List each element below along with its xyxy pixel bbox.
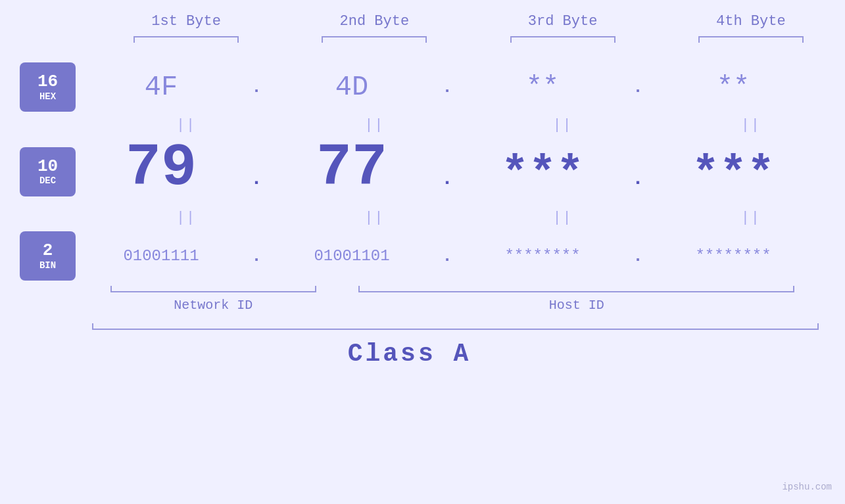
- hex-val1: 4F: [145, 72, 178, 103]
- hex-badge-area: 16 HEX: [0, 62, 76, 112]
- bracket3-line: [510, 36, 616, 43]
- hex-badge: 16 HEX: [20, 62, 76, 112]
- hex-badge-label: HEX: [39, 91, 56, 102]
- id-labels: Network ID Host ID: [0, 298, 845, 313]
- bin-dot2: .: [437, 246, 457, 266]
- dec-byte4: ***: [648, 152, 819, 198]
- bracket2: [280, 36, 468, 43]
- dec-row: 10 DEC 79 . 77 . *** . ***: [0, 139, 845, 204]
- class-label: Class A: [348, 340, 471, 368]
- dbar1-b3: ||: [469, 117, 657, 133]
- bin-byte3: ********: [457, 247, 628, 265]
- bin-dot3: .: [628, 246, 648, 266]
- bracket1: [92, 36, 280, 43]
- bin-val2: 01001101: [314, 247, 389, 265]
- hex-byte3: **: [457, 72, 628, 103]
- class-row: Class A: [0, 340, 845, 368]
- bracket1-line: [133, 36, 239, 43]
- dec-dot3: .: [628, 168, 648, 190]
- byte3-header: 3rd Byte: [469, 13, 657, 30]
- dec-values: 79 . 77 . *** . ***: [76, 139, 845, 204]
- hex-dot1: .: [247, 78, 266, 97]
- dbar-row2: || || || ||: [0, 210, 845, 226]
- dbar2-b4: ||: [657, 210, 845, 226]
- bin-values: 01001111 . 01001101 . ******** . *******…: [76, 246, 845, 266]
- dbar2-b2: ||: [280, 210, 468, 226]
- bottom-brackets-row: [0, 286, 845, 292]
- top-brackets: [0, 36, 845, 43]
- dbar-row1: || || || ||: [0, 117, 845, 133]
- bracket3: [469, 36, 657, 43]
- hex-byte1: 4F: [76, 72, 247, 103]
- bin-val4: ********: [695, 247, 771, 265]
- dec-val2: 77: [316, 135, 387, 202]
- hex-values: 4F . 4D . ** . **: [76, 72, 845, 103]
- big-bracket-line: [92, 323, 819, 330]
- big-bracket-area: [0, 323, 845, 330]
- bin-dot1: .: [247, 246, 266, 266]
- dec-badge-num: 10: [37, 157, 58, 176]
- hex-byte4: **: [648, 72, 819, 103]
- byte4-header: 4th Byte: [657, 13, 845, 30]
- bracket4-line: [698, 36, 804, 43]
- bin-byte2: 01001101: [266, 247, 437, 265]
- dec-badge-area: 10 DEC: [0, 147, 76, 196]
- byte-headers-row: 1st Byte 2nd Byte 3rd Byte 4th Byte: [0, 13, 845, 30]
- dbar1-b4: ||: [657, 117, 845, 133]
- watermark: ipshu.com: [782, 482, 832, 492]
- host-bracket-wrap: [334, 286, 819, 292]
- hex-val4: **: [717, 72, 750, 103]
- bin-row: 2 BIN 01001111 . 01001101 . ******** . *…: [0, 231, 845, 281]
- network-bracket-line: [110, 286, 316, 292]
- dec-dot1: .: [247, 168, 266, 190]
- bin-badge: 2 BIN: [20, 231, 76, 281]
- hex-val2: 4D: [335, 72, 368, 103]
- dec-byte1: 79: [76, 139, 247, 198]
- bin-byte4: ********: [648, 247, 819, 265]
- hex-dot3: .: [628, 78, 648, 97]
- hex-val3: **: [526, 72, 559, 103]
- dec-badge: 10 DEC: [20, 147, 76, 196]
- hex-badge-num: 16: [37, 72, 58, 91]
- dbar1-b1: ||: [92, 117, 280, 133]
- bin-badge-num: 2: [43, 241, 53, 260]
- dbar1-b2: ||: [280, 117, 468, 133]
- hex-byte2: 4D: [266, 72, 437, 103]
- bin-val1: 01001111: [123, 247, 199, 265]
- bracket4: [657, 36, 845, 43]
- dbar2-b3: ||: [469, 210, 657, 226]
- byte1-header: 1st Byte: [92, 13, 280, 30]
- host-id-label: Host ID: [334, 298, 819, 313]
- bin-badge-label: BIN: [39, 260, 56, 271]
- dec-val3: ***: [501, 149, 584, 200]
- dec-badge-label: DEC: [39, 175, 56, 186]
- dec-val1: 79: [126, 135, 197, 202]
- hex-row: 16 HEX 4F . 4D . ** . **: [0, 62, 845, 112]
- host-bracket-line: [358, 286, 794, 292]
- dec-byte3: ***: [457, 152, 628, 198]
- network-bracket-wrap: [92, 286, 334, 292]
- hex-dot2: .: [437, 78, 457, 97]
- network-id-label: Network ID: [92, 298, 334, 313]
- main-container: 1st Byte 2nd Byte 3rd Byte 4th Byte 16 H…: [0, 0, 845, 504]
- bin-byte1: 01001111: [76, 247, 247, 265]
- dec-byte2: 77: [266, 139, 437, 198]
- bracket2-line: [322, 36, 427, 43]
- byte2-header: 2nd Byte: [280, 13, 468, 30]
- dec-dot2: .: [437, 168, 457, 190]
- dbar2-b1: ||: [92, 210, 280, 226]
- bin-badge-area: 2 BIN: [0, 231, 76, 281]
- dec-val4: ***: [692, 149, 775, 200]
- bin-val3: ********: [504, 247, 580, 265]
